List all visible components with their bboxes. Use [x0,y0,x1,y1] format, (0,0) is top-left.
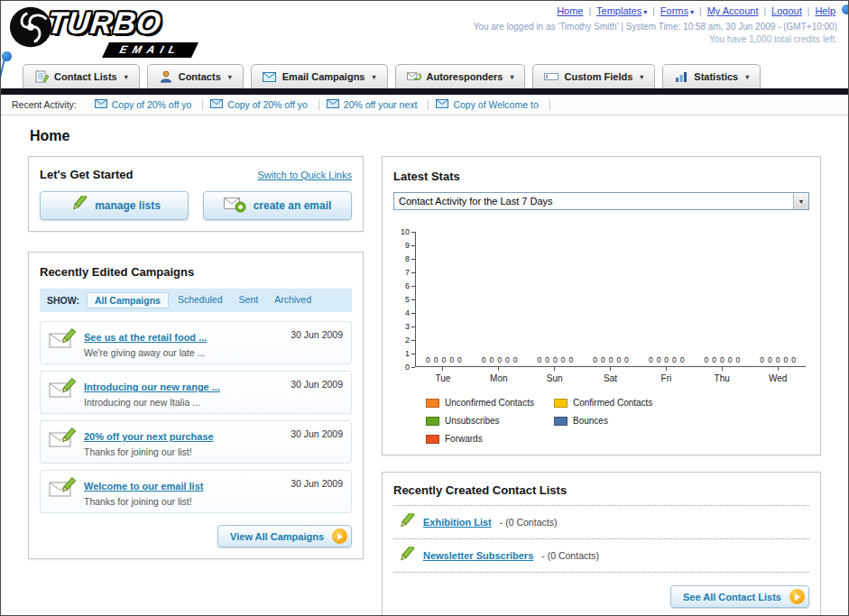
top-link-help[interactable]: Help [815,5,835,16]
nav-tab-contact-lists[interactable]: Contact Lists▾ [23,64,140,88]
nav-divider-bar [1,88,848,95]
filter-scheduled[interactable]: Scheduled [171,292,230,308]
see-all-contact-lists-button[interactable]: See All Contact Lists [670,585,809,608]
y-axis-tick: 10 [401,227,415,236]
legend-label: Unsubscribes [445,416,500,426]
campaign-date: 30 Jun 2009 [291,327,343,358]
bar-value-label: 0 [553,355,558,364]
activity-item[interactable]: Copy of 20% off yo [203,99,319,110]
bar-value-labels: 00000 [537,355,573,366]
activity-link[interactable]: 20% off your next [344,99,418,110]
legend-swatch [554,417,568,426]
bar-value-label: 0 [441,355,446,364]
campaign-filter-bar: SHOW: All CampaignsScheduledSentArchived [40,289,352,312]
stats-activity-dropdown[interactable]: Contact Activity for the Last 7 Days ▼ [393,192,809,210]
bar-value-labels: 00000 [593,355,629,366]
nav-tab-label: Contact Lists [54,71,117,82]
activity-link[interactable]: Copy of 20% off yo [227,99,308,110]
contact-list-link[interactable]: Newsletter Subscribers [423,550,533,561]
filter-archived[interactable]: Archived [267,292,318,308]
activity-link[interactable]: Copy of Welcome to [453,99,538,110]
x-tick-mark [722,367,723,371]
separator: | [652,6,655,16]
view-all-campaigns-button[interactable]: View All Campaigns [217,525,352,547]
activity-item[interactable]: Copy of Welcome to [429,99,549,110]
campaign-title-link[interactable]: See us at the retail food ... [84,332,207,343]
top-link-templates[interactable]: Templates▾ [596,5,647,16]
contact-list-count: - (0 Contacts) [500,517,558,528]
campaign-subtitle: Introducing our new Italia ... [84,397,282,408]
bar-value-label: 0 [537,355,541,364]
separator: | [588,6,591,16]
top-link-forms[interactable]: Forms▾ [660,5,694,16]
arrow-right-icon [789,589,805,604]
top-link-logout[interactable]: Logout [771,5,802,16]
bar-value-labels: 00000 [649,355,685,366]
nav-tab-label: Statistics [694,71,738,82]
campaign-row[interactable]: See us at the retail food ...We're givin… [40,321,352,364]
top-link-home[interactable]: Home [557,5,583,16]
x-axis-category: Tue [415,367,471,383]
recently-edited-campaigns-panel: Recently Edited Campaigns SHOW: All Camp… [28,252,364,559]
contact-lists-panel-title: Recently Created Contact Lists [393,483,809,506]
manage-lists-button[interactable]: manage lists [40,191,189,220]
legend-item-bounces: Bounces [554,416,682,426]
y-axis-tick: 1 [405,349,415,358]
campaign-title-link[interactable]: 20% off your next purchase [84,431,214,442]
contact-list-item[interactable]: Newsletter Subscribers- (0 Contacts) [393,539,809,573]
activity-item[interactable]: Copy of 20% off yo [88,99,204,110]
pencil-icon [395,513,415,531]
nav-tab-contacts[interactable]: Contacts▾ [147,64,244,88]
campaign-row[interactable]: Introducing our new range ...Introducing… [40,371,352,414]
switch-quick-links-link[interactable]: Switch to Quick Links [257,170,352,180]
nav-tab-autoresponders[interactable]: Autoresponders▾ [395,64,526,88]
bar-value-label: 0 [457,355,462,364]
statistics-icon [674,70,688,83]
nav-tab-email-campaigns[interactable]: Email Campaigns▾ [251,64,388,88]
bar-value-label: 0 [672,355,677,364]
campaign-title-link[interactable]: Introducing our new range ... [84,382,220,392]
y-axis-tick: 8 [405,254,415,263]
envelope-icon [95,99,107,110]
legend-swatch [554,399,568,408]
campaign-text: Introducing our new range ...Introducing… [84,377,282,408]
filter-sent[interactable]: Sent [232,292,266,308]
filter-all-campaigns[interactable]: All Campaigns [87,292,169,308]
contact-activity-chart: 109876543210 000000000000000000000000000… [393,232,809,383]
bar-value-label: 0 [489,355,494,364]
legend-item-unsubscribes: Unsubscribes [426,416,554,426]
campaigns-panel-title: Recently Edited Campaigns [40,265,194,279]
x-axis-label: Sat [583,373,639,383]
nav-tab-statistics[interactable]: Statistics▾ [662,64,761,88]
top-link-my-account[interactable]: My Account [707,5,759,16]
contact-list-item[interactable]: Exhibition List- (0 Contacts) [393,506,809,539]
campaign-row[interactable]: 20% off your next purchaseThanks for joi… [40,420,352,464]
contact-list-count: - (0 Contacts) [541,550,599,561]
get-started-panel: Let's Get Started Switch to Quick Links [28,156,364,232]
nav-tab-custom-fields[interactable]: Custom Fields▾ [532,64,655,88]
separator: | [699,6,702,16]
campaign-row[interactable]: Welcome to our email listThanks for join… [40,470,352,513]
legend-label: Bounces [573,416,608,426]
chevron-down-icon: ▾ [125,73,128,81]
main-content: Home Let's Get Started Switch to Quick L… [1,115,848,616]
create-email-button[interactable]: create an email [203,191,352,220]
activity-item[interactable]: 20% off your next [319,99,429,110]
y-axis-tick: 3 [405,322,415,331]
contact-list-link[interactable]: Exhibition List [423,517,492,528]
y-axis-label: 10 [401,227,410,236]
y-tick-mark [411,259,415,260]
campaign-date: 30 Jun 2009 [291,427,343,457]
create-email-label: create an email [254,199,332,212]
bar-value-label: 0 [545,355,549,364]
bar-value-labels: 00000 [426,355,462,366]
chevron-down-icon: ▾ [228,73,232,81]
activity-link[interactable]: Copy of 20% off yo [112,99,192,110]
x-axis-category: Mon [471,367,527,383]
legend-item-forwards: Forwards [426,434,554,444]
filter-list: All CampaignsScheduledSentArchived [87,292,318,308]
get-started-title: Let's Get Started [40,168,134,181]
campaign-title-link[interactable]: Welcome to our email list [84,481,203,492]
x-axis-category: Thu [694,367,750,383]
right-column: Latest Stats Contact Activity for the La… [382,156,821,616]
